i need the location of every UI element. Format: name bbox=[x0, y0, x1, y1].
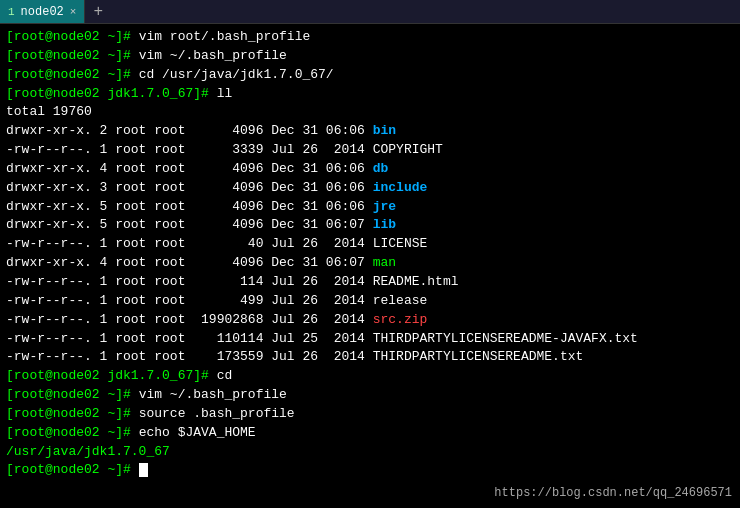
terminal-line: -rw-r--r--. 1 root root 110114 Jul 25 20… bbox=[6, 330, 734, 349]
terminal-line: -rw-r--r--. 1 root root 19902868 Jul 26 … bbox=[6, 311, 734, 330]
prompt: [root@node02 jdk1.7.0_67]# bbox=[6, 368, 217, 383]
watermark: https://blog.csdn.net/qq_24696571 bbox=[494, 485, 732, 502]
terminal-line: -rw-r--r--. 1 root root 3339 Jul 26 2014… bbox=[6, 141, 734, 160]
terminal-area: [root@node02 ~]# vim root/.bash_profile[… bbox=[0, 24, 740, 508]
terminal-line: drwxr-xr-x. 3 root root 4096 Dec 31 06:0… bbox=[6, 179, 734, 198]
terminal-line: total 19760 bbox=[6, 103, 734, 122]
prompt: [root@node02 ~]# bbox=[6, 462, 139, 477]
terminal-line: drwxr-xr-x. 5 root root 4096 Dec 31 06:0… bbox=[6, 198, 734, 217]
prompt: [root@node02 ~]# bbox=[6, 48, 139, 63]
terminal-line: drwxr-xr-x. 2 root root 4096 Dec 31 06:0… bbox=[6, 122, 734, 141]
terminal-line: [root@node02 ~]# source .bash_profile bbox=[6, 405, 734, 424]
command: cd bbox=[217, 368, 233, 383]
prompt: [root@node02 ~]# bbox=[6, 29, 139, 44]
prompt: [root@node02 ~]# bbox=[6, 67, 139, 82]
command: vim ~/.bash_profile bbox=[139, 48, 287, 63]
terminal-line: -rw-r--r--. 1 root root 40 Jul 26 2014 L… bbox=[6, 235, 734, 254]
terminal-line: drwxr-xr-x. 4 root root 4096 Dec 31 06:0… bbox=[6, 160, 734, 179]
terminal-line: [root@node02 ~]# cd /usr/java/jdk1.7.0_6… bbox=[6, 66, 734, 85]
terminal-line: -rw-r--r--. 1 root root 499 Jul 26 2014 … bbox=[6, 292, 734, 311]
new-tab-button[interactable]: + bbox=[85, 3, 111, 21]
command: vim root/.bash_profile bbox=[139, 29, 311, 44]
terminal-line: [root@node02 jdk1.7.0_67]# ll bbox=[6, 85, 734, 104]
terminal-line: [root@node02 ~]# echo $JAVA_HOME bbox=[6, 424, 734, 443]
prompt: [root@node02 ~]# bbox=[6, 387, 139, 402]
terminal-line: [root@node02 ~]# vim ~/.bash_profile bbox=[6, 386, 734, 405]
terminal-line: [root@node02 ~]# bbox=[6, 461, 734, 480]
tab-node02[interactable]: 1 node02 × bbox=[0, 0, 85, 23]
terminal-line: -rw-r--r--. 1 root root 114 Jul 26 2014 … bbox=[6, 273, 734, 292]
terminal-line: -rw-r--r--. 1 root root 173559 Jul 26 20… bbox=[6, 348, 734, 367]
prompt: [root@node02 ~]# bbox=[6, 425, 139, 440]
terminal-line: drwxr-xr-x. 5 root root 4096 Dec 31 06:0… bbox=[6, 216, 734, 235]
prompt: [root@node02 jdk1.7.0_67]# bbox=[6, 86, 217, 101]
tab-name: node02 bbox=[21, 5, 64, 19]
tab-number: 1 bbox=[8, 6, 15, 18]
command: echo $JAVA_HOME bbox=[139, 425, 256, 440]
terminal-line: [root@node02 ~]# vim root/.bash_profile bbox=[6, 28, 734, 47]
command: vim ~/.bash_profile bbox=[139, 387, 287, 402]
terminal-line: /usr/java/jdk1.7.0_67 bbox=[6, 443, 734, 462]
cursor bbox=[139, 463, 148, 477]
terminal-line: [root@node02 jdk1.7.0_67]# cd bbox=[6, 367, 734, 386]
command: ll bbox=[217, 86, 233, 101]
tab-close-button[interactable]: × bbox=[70, 6, 77, 18]
command: source .bash_profile bbox=[139, 406, 295, 421]
terminal-line: drwxr-xr-x. 4 root root 4096 Dec 31 06:0… bbox=[6, 254, 734, 273]
command: cd /usr/java/jdk1.7.0_67/ bbox=[139, 67, 334, 82]
terminal-line: [root@node02 ~]# vim ~/.bash_profile bbox=[6, 47, 734, 66]
tab-bar: 1 node02 × + bbox=[0, 0, 740, 24]
prompt: [root@node02 ~]# bbox=[6, 406, 139, 421]
